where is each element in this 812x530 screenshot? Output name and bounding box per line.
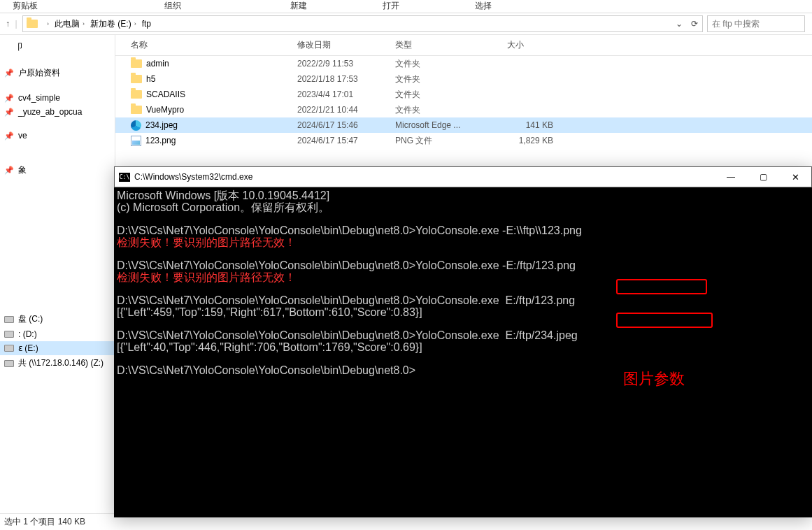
annotation-text: 图片参数 xyxy=(623,373,685,385)
search-input[interactable]: 在 ftp 中搜索 xyxy=(707,15,805,32)
drive-icon xyxy=(4,331,14,338)
ribbon-tab-organize[interactable]: 组织 xyxy=(159,0,187,12)
address-bar[interactable]: › 此电脑› 新加卷 (E:)› ftp ⌄ ⟳ xyxy=(22,15,703,32)
ribbon-tab-open[interactable]: 打开 xyxy=(377,0,405,12)
file-type: PNG 文件 xyxy=(395,135,493,147)
file-row[interactable]: 123.png2024/6/17 15:47PNG 文件1,829 KB xyxy=(115,133,812,148)
file-name: VueMypro xyxy=(146,105,184,115)
nav-separator: | xyxy=(14,17,18,31)
file-name: 234.jpeg xyxy=(145,120,178,130)
file-row[interactable]: VueMypro2022/1/21 10:44文件夹 xyxy=(115,102,812,117)
image-icon xyxy=(131,136,141,146)
close-button[interactable]: ✕ xyxy=(779,167,811,187)
col-size[interactable]: 大小 xyxy=(493,39,570,51)
sidebar-item[interactable]: 📌_yuze_ab_opcua xyxy=(0,105,115,119)
file-row[interactable]: admin2022/2/9 11:53文件夹 xyxy=(115,56,812,71)
file-name: h5 xyxy=(146,74,155,84)
cmd-icon: C:\ xyxy=(119,173,130,182)
refresh-button[interactable]: ⟳ xyxy=(687,16,702,31)
edge-icon xyxy=(131,120,141,131)
file-type: 文件夹 xyxy=(395,58,493,70)
breadcrumb-root[interactable]: › xyxy=(41,20,52,27)
folder-icon xyxy=(131,90,142,99)
sidebar-drive[interactable]: 盘 (C:) xyxy=(0,311,115,327)
maximize-button[interactable]: ▢ xyxy=(747,167,779,187)
ribbon-tab-select[interactable]: 选择 xyxy=(469,0,497,12)
sidebar-item[interactable]: 📌户原始资料 xyxy=(0,65,115,81)
nav-up-button[interactable]: ↑ xyxy=(3,17,13,31)
file-name: SCADAIIS xyxy=(146,89,185,99)
file-date: 2022/1/18 17:53 xyxy=(297,74,395,84)
address-bar-row: ↑ | › 此电脑› 新加卷 (E:)› ftp ⌄ ⟳ 在 ftp 中搜索 xyxy=(0,13,812,35)
folder-icon xyxy=(131,75,142,83)
pin-icon: 📌 xyxy=(4,166,14,175)
pin-icon: 📌 xyxy=(4,131,14,141)
cmd-output[interactable]: Microsoft Windows [版本 10.0.19045.4412] (… xyxy=(114,187,812,380)
file-type: 文件夹 xyxy=(395,73,493,85)
file-date: 2024/6/17 15:47 xyxy=(297,136,395,145)
sidebar-item[interactable]: 📌cv4_simple xyxy=(0,91,115,105)
sidebar-drive[interactable]: 共 (\\172.18.0.146) (Z:) xyxy=(0,355,115,371)
folder-icon xyxy=(26,17,38,30)
file-type: 文件夹 xyxy=(395,89,493,101)
folder-icon xyxy=(131,59,142,68)
breadcrumb-seg-drive[interactable]: 新加卷 (E:)› xyxy=(87,18,139,30)
breadcrumb-seg-pc[interactable]: 此电脑› xyxy=(52,18,87,30)
file-date: 2023/4/4 17:01 xyxy=(297,89,395,99)
col-type[interactable]: 类型 xyxy=(395,39,493,51)
file-type: 文件夹 xyxy=(395,104,493,116)
highlight-box-2 xyxy=(616,313,713,328)
sidebar-drive[interactable]: ɛ (E:) xyxy=(0,341,115,355)
file-name: admin xyxy=(146,59,169,69)
pin-icon: 📌 xyxy=(4,69,14,78)
column-headers[interactable]: 名称 修改日期 类型 大小 xyxy=(115,35,812,56)
file-name: 123.png xyxy=(145,136,176,145)
file-row[interactable]: 234.jpeg2024/6/17 15:46Microsoft Edge ..… xyxy=(115,117,812,133)
sidebar-drive[interactable]: : (D:) xyxy=(0,327,115,341)
drive-icon xyxy=(4,316,14,323)
cmd-window[interactable]: C:\ C:\Windows\System32\cmd.exe — ▢ ✕ Mi… xyxy=(114,166,812,517)
file-size: 141 KB xyxy=(493,120,570,130)
file-date: 2022/1/21 10:44 xyxy=(297,105,395,115)
col-date[interactable]: 修改日期 xyxy=(297,39,395,51)
pin-icon: 📌 xyxy=(4,94,14,103)
minimize-button[interactable]: — xyxy=(715,167,747,187)
ribbon-tabs: 剪贴板 组织 新建 打开 选择 xyxy=(0,0,812,13)
col-name[interactable]: 名称 xyxy=(115,39,297,51)
pin-icon: 📌 xyxy=(4,108,14,117)
file-size: 1,829 KB xyxy=(493,136,570,145)
address-dropdown-button[interactable]: ⌄ xyxy=(671,16,687,31)
cmd-title-text: C:\Windows\System32\cmd.exe xyxy=(134,172,715,182)
ribbon-tab-clipboard[interactable]: 剪贴板 xyxy=(7,0,43,12)
sidebar-tree[interactable]: 卩 📌户原始资料 📌cv4_simple 📌_yuze_ab_opcua 📌ve… xyxy=(0,35,115,513)
file-date: 2024/6/17 15:46 xyxy=(297,120,395,130)
sidebar-item[interactable]: 卩 xyxy=(0,39,115,55)
breadcrumb-seg-folder[interactable]: ftp xyxy=(139,19,154,29)
sidebar-item[interactable]: 📌象 xyxy=(0,162,115,178)
sidebar-item[interactable]: 📌ve xyxy=(0,129,115,143)
drive-icon xyxy=(4,345,14,352)
ribbon-tab-new[interactable]: 新建 xyxy=(285,0,313,12)
folder-icon xyxy=(131,106,142,114)
highlight-box-1 xyxy=(616,279,707,294)
drive-icon xyxy=(4,360,14,367)
file-type: Microsoft Edge ... xyxy=(395,120,493,130)
file-row[interactable]: SCADAIIS2023/4/4 17:01文件夹 xyxy=(115,87,812,102)
file-date: 2022/2/9 11:53 xyxy=(297,59,395,69)
file-row[interactable]: h52022/1/18 17:53文件夹 xyxy=(115,71,812,87)
cmd-titlebar[interactable]: C:\ C:\Windows\System32\cmd.exe — ▢ ✕ xyxy=(114,166,812,187)
